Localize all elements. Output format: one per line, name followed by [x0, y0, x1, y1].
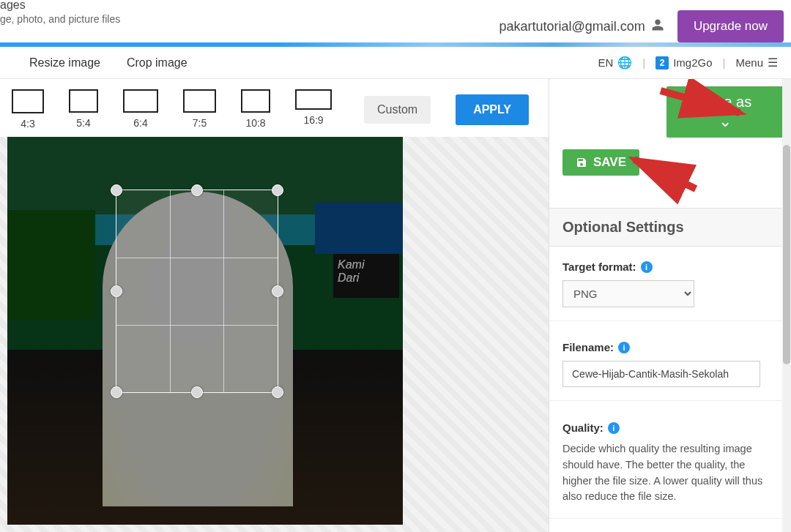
save-label: SAVE: [593, 155, 626, 170]
ratio-box-icon: [123, 89, 158, 113]
filename-section: Filename: i: [549, 328, 782, 401]
crop-handle-middle-left[interactable]: [111, 285, 122, 297]
annotation-arrow-icon: [630, 152, 703, 189]
nav-separator: |: [642, 56, 645, 69]
ratio-box-icon: [241, 89, 270, 113]
ratio-label: 7:5: [193, 117, 207, 129]
crop-canvas[interactable]: Kami Dari: [0, 137, 549, 532]
info-icon[interactable]: i: [608, 422, 620, 434]
crop-handle-bottom-left[interactable]: [111, 386, 122, 398]
crop-handle-bottom-right[interactable]: [272, 386, 283, 398]
language-selector[interactable]: EN 🌐: [598, 56, 632, 70]
menu-button[interactable]: Menu ☰: [735, 56, 778, 70]
brand-title: ages: [0, 0, 120, 12]
target-format-section: Target format: i PNG: [549, 247, 782, 321]
ratio-box-icon: [183, 89, 216, 113]
ratio-label: 16:9: [303, 114, 323, 126]
quality-section: Quality: i Decide which quality the resu…: [549, 408, 782, 519]
crop-selection[interactable]: [116, 190, 278, 393]
ratio-10-8[interactable]: 10:8: [241, 89, 270, 129]
save-disk-icon: [576, 157, 587, 168]
hamburger-icon: ☰: [768, 56, 778, 70]
scrollbar-thumb[interactable]: [783, 145, 790, 364]
filename-label: Filename:: [562, 341, 614, 353]
img2go-label: Img2Go: [673, 56, 712, 69]
ratio-label: 4:3: [21, 118, 34, 130]
crop-handle-middle-right[interactable]: [272, 285, 283, 297]
user-email-text: pakartutorial@gmail.com: [500, 19, 645, 34]
upgrade-button[interactable]: Upgrade now: [677, 10, 784, 42]
apply-button[interactable]: APPLY: [456, 94, 529, 125]
crop-handle-top-left[interactable]: [111, 184, 122, 196]
nav-resize-image[interactable]: Resize image: [29, 56, 100, 70]
target-format-label: Target format:: [562, 261, 636, 273]
menu-label: Menu: [735, 56, 763, 69]
quality-description: Decide which quality the resulting image…: [562, 441, 769, 505]
ratio-label: 10:8: [245, 117, 265, 129]
image-background-element: [7, 210, 95, 320]
svg-line-1: [634, 160, 696, 189]
info-icon[interactable]: i: [618, 342, 630, 353]
chevron-down-icon: ⌄: [718, 112, 732, 131]
user-email[interactable]: pakartutorial@gmail.com: [500, 18, 664, 35]
custom-ratio-button[interactable]: Custom: [364, 96, 431, 124]
target-format-select[interactable]: PNG: [562, 280, 694, 307]
ratio-box-icon: [69, 89, 98, 113]
crop-handle-top-right[interactable]: [272, 184, 283, 196]
language-code: EN: [598, 56, 613, 69]
ratio-label: 6:4: [133, 117, 147, 129]
user-icon: [651, 18, 664, 35]
ratio-box-icon: [295, 89, 332, 110]
scrollbar[interactable]: [782, 79, 791, 532]
brand-block: ages ge, photo, and picture files: [0, 0, 120, 25]
crop-handle-bottom-center[interactable]: [191, 386, 203, 398]
optional-settings-title: Optional Settings: [562, 219, 769, 236]
nav-separator: |: [723, 56, 726, 69]
img2go-link[interactable]: 2 Img2Go: [656, 56, 712, 70]
filename-input[interactable]: [562, 361, 760, 387]
ratio-7-5[interactable]: 7:5: [183, 89, 216, 129]
ratio-4-3[interactable]: 4:3: [12, 89, 44, 130]
nav-crop-image[interactable]: Crop image: [127, 56, 187, 70]
ratio-5-4[interactable]: 5:4: [69, 89, 98, 129]
quality-label: Quality:: [562, 422, 604, 434]
ratio-6-4[interactable]: 6:4: [123, 89, 158, 129]
info-icon[interactable]: i: [641, 261, 653, 273]
crop-handle-top-center[interactable]: [191, 184, 203, 196]
optional-settings-header: Optional Settings: [549, 208, 782, 247]
brand-subtitle: ge, photo, and picture files: [0, 13, 120, 25]
save-as-button[interactable]: Save as ⌄: [666, 86, 784, 138]
ratio-16-9[interactable]: 16:9: [295, 89, 332, 126]
img2go-badge-icon: 2: [656, 56, 669, 70]
ratio-label: 5:4: [76, 117, 90, 129]
image-poster-text: Kami Dari: [333, 254, 399, 298]
ratio-box-icon: [12, 89, 44, 113]
globe-icon: 🌐: [617, 56, 632, 70]
save-as-label: Save as: [699, 94, 751, 110]
save-button[interactable]: SAVE: [562, 149, 639, 176]
